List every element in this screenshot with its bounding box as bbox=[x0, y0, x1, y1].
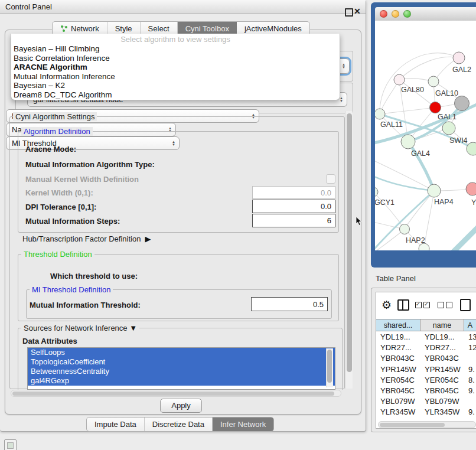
network-node[interactable] bbox=[442, 122, 455, 135]
table-cell[interactable]: YBL079W bbox=[420, 396, 464, 407]
tab-discretize-data[interactable]: Discretize Data bbox=[145, 418, 213, 431]
algorithm-item[interactable]: Basic Correlation Inference bbox=[14, 54, 110, 63]
table-toolbar: ⚙ bbox=[376, 292, 476, 318]
column-header-name[interactable]: name bbox=[420, 319, 464, 331]
close-icon[interactable]: ✕ bbox=[354, 6, 361, 16]
table-cell[interactable]: YBR045C bbox=[420, 386, 464, 396]
table-row[interactable]: YBR045CYBR045C9. bbox=[376, 386, 476, 396]
table-cell[interactable] bbox=[464, 353, 476, 364]
table-cell[interactable]: 9. bbox=[464, 386, 476, 396]
attribute-item[interactable]: BetweennessCentrality bbox=[28, 367, 335, 376]
table-cell[interactable]: 12 bbox=[464, 343, 476, 353]
network-canvas[interactable]: GAL2GAL80GAL10GAL1GAL11SWI4GAL4GCY1HAP4Y… bbox=[375, 21, 476, 250]
table-cell[interactable]: YPR145W bbox=[376, 364, 420, 375]
minimized-panel-icon[interactable] bbox=[4, 439, 17, 450]
table-row[interactable]: YIL052CYIL052C9 bbox=[376, 418, 476, 421]
table-cell[interactable]: YIL052C bbox=[420, 418, 464, 421]
control-panel-title: Control Panel bbox=[5, 2, 52, 11]
attribute-item[interactable]: TopologicalCoefficient bbox=[28, 357, 335, 367]
table-row[interactable]: YPR145WYPR145W9. bbox=[376, 364, 476, 375]
hub-definition-expander[interactable]: Hub/Transcription Factor Definition ▶ bbox=[22, 234, 151, 243]
table-row[interactable]: YER054CYER054C8. bbox=[376, 375, 476, 386]
algorithm-item[interactable]: Dream8 DC_TDC Algorithm bbox=[14, 90, 112, 100]
table-cell[interactable]: YDL19... bbox=[420, 332, 464, 343]
float-window-icon[interactable] bbox=[345, 8, 353, 17]
sources-legend[interactable]: Sources for Network Inference ▼ bbox=[21, 324, 139, 332]
algorithm-item[interactable]: ARACNE Algorithm bbox=[14, 63, 87, 72]
tab-impute-data-label: Impute Data bbox=[94, 418, 136, 431]
table-row[interactable]: YBR043CYBR043C bbox=[376, 353, 476, 364]
table-cell[interactable]: 8. bbox=[464, 375, 476, 386]
network-node[interactable] bbox=[375, 109, 385, 119]
network-node[interactable] bbox=[394, 74, 405, 85]
table-cell[interactable]: YBR043C bbox=[376, 353, 420, 364]
select-all-rows-icon[interactable] bbox=[415, 302, 432, 308]
table-cell[interactable]: 9 bbox=[464, 418, 476, 421]
threshold-definition-legend: Threshold Definition bbox=[21, 250, 94, 259]
network-node[interactable] bbox=[401, 135, 415, 149]
table-cell[interactable]: YPR145W bbox=[420, 364, 464, 375]
mi-threshold-label: Mutual Information Threshold: bbox=[30, 301, 141, 309]
network-node-label: Y bbox=[471, 198, 476, 207]
network-node[interactable] bbox=[428, 76, 439, 87]
export-table-icon[interactable] bbox=[460, 299, 471, 311]
network-node[interactable] bbox=[453, 52, 465, 64]
table-cell[interactable]: YLR345W bbox=[376, 407, 420, 418]
algorithm-item[interactable]: Mutual Information Inference bbox=[14, 72, 115, 81]
sources-legend-label: Sources for Network Inference bbox=[24, 324, 128, 332]
table-horizontal-scrollbar[interactable] bbox=[378, 421, 476, 428]
dpi-tolerance-label: DPI Tolerance [0,1]: bbox=[25, 203, 96, 211]
column-header-shared-name[interactable]: shared... bbox=[376, 319, 420, 331]
network-node[interactable] bbox=[466, 182, 476, 195]
table-cell[interactable]: 9. bbox=[464, 407, 476, 418]
table-cell[interactable]: YBR043C bbox=[420, 353, 464, 364]
minimize-traffic-light-icon[interactable] bbox=[392, 10, 399, 18]
table-cell[interactable]: YER054C bbox=[376, 375, 420, 386]
attribute-item[interactable]: gal4RGexp bbox=[28, 376, 335, 386]
apply-button[interactable]: Apply bbox=[160, 399, 202, 413]
table-cell[interactable]: YBL079W bbox=[376, 396, 420, 407]
table-cell[interactable]: YDR27... bbox=[376, 343, 420, 353]
attribute-item[interactable]: SelfLoops bbox=[28, 348, 335, 357]
network-node[interactable] bbox=[375, 187, 378, 197]
zoom-traffic-light-icon[interactable] bbox=[403, 10, 411, 18]
dpi-tolerance-value: 0.0 bbox=[321, 202, 331, 211]
table-row[interactable]: YBL079WYBL079W bbox=[376, 396, 476, 407]
table-cell[interactable]: YDR27... bbox=[420, 343, 464, 353]
table-cell[interactable]: 13 bbox=[464, 332, 476, 343]
algorithm-item[interactable]: Bayesian – K2 bbox=[14, 81, 65, 90]
table-cell[interactable]: YDL19... bbox=[376, 332, 420, 343]
tab-impute-data[interactable]: Impute Data bbox=[87, 418, 145, 431]
network-node[interactable] bbox=[428, 184, 441, 197]
close-traffic-light-icon[interactable] bbox=[380, 10, 387, 18]
algorithm-item[interactable]: Bayesian – Hill Climbing bbox=[14, 44, 100, 54]
network-node[interactable] bbox=[455, 96, 470, 111]
table-row[interactable]: YLR345WYLR345W9. bbox=[376, 407, 476, 418]
network-node[interactable] bbox=[430, 102, 441, 113]
table-cell[interactable]: YLR345W bbox=[420, 407, 464, 418]
table-row[interactable]: YDL19...YDL19...13 bbox=[376, 332, 476, 343]
table-cell[interactable]: YIL052C bbox=[376, 418, 420, 421]
mi-threshold-field[interactable]: 0.5 bbox=[251, 297, 328, 311]
settings-horizontal-scrollbar[interactable] bbox=[11, 390, 341, 397]
deselect-all-rows-icon[interactable] bbox=[438, 302, 454, 308]
expand-right-icon: ▶ bbox=[145, 234, 151, 243]
gear-icon[interactable]: ⚙ bbox=[382, 298, 392, 312]
tab-infer-network[interactable]: Infer Network bbox=[213, 418, 273, 431]
dpi-tolerance-field[interactable]: 0.0 bbox=[252, 200, 335, 213]
data-attributes-list[interactable]: SelfLoopsTopologicalCoefficientBetweenne… bbox=[27, 347, 335, 390]
column-header-partial[interactable]: A bbox=[464, 319, 476, 331]
network-node[interactable] bbox=[400, 224, 410, 234]
network-node-label: GAL10 bbox=[435, 89, 458, 97]
table-cell[interactable]: YBR045C bbox=[376, 386, 420, 396]
table-cell[interactable]: YER054C bbox=[420, 375, 464, 386]
network-edge bbox=[405, 191, 434, 229]
table-row[interactable]: YDR27...YDR27...12 bbox=[376, 343, 476, 353]
mi-steps-field[interactable]: 6 bbox=[252, 214, 335, 227]
settings-vertical-scrollbar[interactable] bbox=[345, 111, 353, 389]
table-cell[interactable]: 9. bbox=[464, 364, 476, 375]
attributes-list-scrollbar[interactable] bbox=[326, 348, 333, 387]
split-pane-icon[interactable] bbox=[397, 299, 409, 311]
data-attributes-label: Data Attributes bbox=[22, 337, 77, 345]
table-cell[interactable] bbox=[464, 396, 476, 407]
